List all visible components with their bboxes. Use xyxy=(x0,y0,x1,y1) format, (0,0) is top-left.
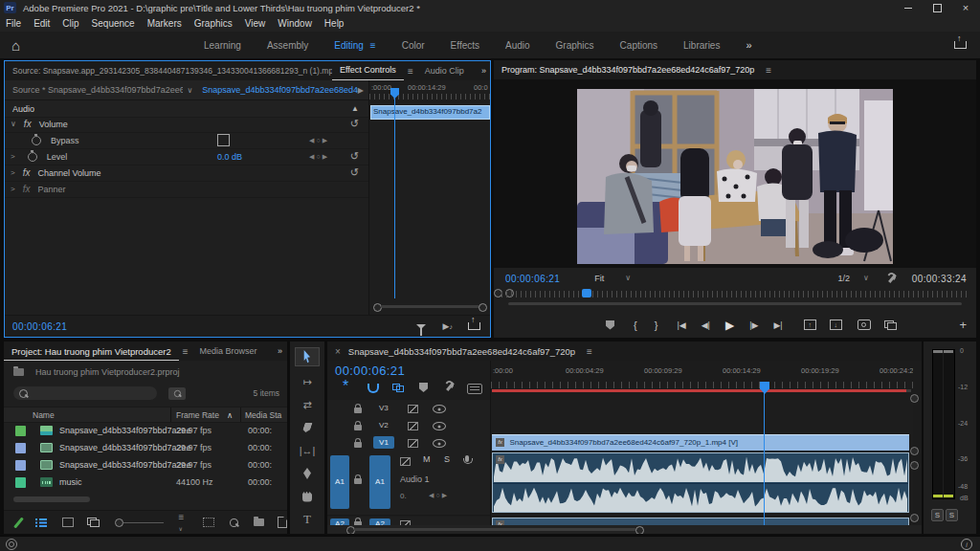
workspace-tab-color[interactable]: Color xyxy=(402,40,425,51)
volume-expand-icon[interactable]: ∨ xyxy=(11,120,16,128)
linked-selection-icon[interactable] xyxy=(392,384,404,392)
timeline-ruler[interactable]: :00:00 00:00:04:29 00:00:09:29 00:00:14:… xyxy=(491,361,913,395)
track-select-forward-tool[interactable]: ↦ xyxy=(295,372,320,391)
item-name[interactable]: Snapsave_d4bb334f097bbd7a2ee xyxy=(59,443,191,452)
find-icon[interactable] xyxy=(230,518,238,527)
panner-expand-icon[interactable]: > xyxy=(11,185,15,193)
tab-audio-clip-mixer[interactable]: Audio Clip xyxy=(417,66,472,76)
program-panel-menu-icon[interactable]: ≡ xyxy=(762,65,775,76)
program-playhead[interactable] xyxy=(582,289,591,298)
workspace-tab-libraries[interactable]: Libraries xyxy=(683,40,720,51)
track-output-eye-icon[interactable] xyxy=(433,405,446,413)
bypass-checkbox[interactable] xyxy=(217,134,230,146)
button-editor-plus-icon[interactable]: + xyxy=(959,318,967,332)
track-output-eye-icon[interactable] xyxy=(433,422,446,430)
project-search-input[interactable] xyxy=(33,386,152,400)
tab-media-browser[interactable]: Media Browser xyxy=(192,346,265,356)
label-chip[interactable] xyxy=(15,426,26,436)
track-content-v1[interactable]: fx Snapsave_d4bb334f097bbd7a2ee68ed424c6… xyxy=(491,434,913,452)
play-button-icon[interactable]: ▶ xyxy=(725,319,734,332)
sync-lock-icon[interactable] xyxy=(408,422,418,430)
pen-tool[interactable] xyxy=(295,464,320,483)
level-value[interactable]: 0.0 dB xyxy=(217,152,242,162)
level-expand-icon[interactable]: > xyxy=(11,152,15,161)
timeline-hscrollbar[interactable] xyxy=(327,525,922,534)
track-content-v2[interactable] xyxy=(491,417,913,435)
export-share-icon[interactable] xyxy=(954,41,967,49)
project-hscrollbar[interactable] xyxy=(13,496,90,502)
mark-out-icon[interactable]: } xyxy=(655,320,658,331)
workspace-tab-captions[interactable]: Captions xyxy=(620,40,657,51)
settings-wrench-icon[interactable] xyxy=(886,274,897,284)
kf-next-icon[interactable]: ▶ xyxy=(442,492,449,498)
program-timecode[interactable]: 00:00:06:21 xyxy=(505,274,560,284)
lock-icon[interactable] xyxy=(354,425,362,430)
mark-in-icon[interactable]: { xyxy=(634,320,637,331)
export-icon[interactable] xyxy=(468,322,480,330)
lock-icon[interactable] xyxy=(354,478,362,484)
add-marker-icon[interactable] xyxy=(606,320,614,330)
bypass-stopwatch-icon[interactable] xyxy=(32,136,41,145)
workspace-overflow-icon[interactable]: » xyxy=(746,39,751,51)
project-row[interactable]: Snapsave_d4bb334f097bbd7a2ee 29.97 fps 0… xyxy=(4,439,287,456)
home-icon[interactable]: ⌂ xyxy=(11,37,20,54)
track-name-v2[interactable]: V2 xyxy=(379,421,389,430)
mute-button[interactable]: M xyxy=(423,454,431,464)
sort-ascending-icon[interactable]: ∧ xyxy=(227,410,233,420)
channel-volume-expand-icon[interactable]: > xyxy=(11,168,15,177)
workspace-tab-audio[interactable]: Audio xyxy=(505,40,530,51)
channel-volume-reset-icon[interactable]: ↺ xyxy=(350,166,359,179)
icon-view-icon[interactable] xyxy=(62,518,74,527)
zoom-level-select[interactable]: Fit∨ xyxy=(594,274,631,283)
track-content-a1[interactable]: fx xyxy=(491,452,913,515)
track-name-v3[interactable]: V3 xyxy=(379,404,389,412)
menu-help[interactable]: Help xyxy=(324,18,345,29)
track-content-v3[interactable] xyxy=(491,400,913,418)
menu-view[interactable]: View xyxy=(245,18,266,29)
new-bin-icon[interactable] xyxy=(254,518,264,526)
export-frame-icon[interactable] xyxy=(858,320,871,330)
tab-sequence[interactable]: Snapsave_d4bb334f097bbd7a2ee68ed424c6af9… xyxy=(341,346,583,357)
lift-icon[interactable]: ↑ xyxy=(804,320,816,330)
comparison-view-icon[interactable] xyxy=(884,320,897,330)
go-to-out-icon[interactable]: ▶| xyxy=(773,320,782,330)
track-label-audio1[interactable]: Audio 1 xyxy=(400,474,430,484)
freeform-view-icon[interactable] xyxy=(87,518,100,527)
track-name-a1-targeted[interactable]: A1 xyxy=(369,455,390,509)
snap-icon[interactable] xyxy=(368,384,379,393)
label-chip[interactable] xyxy=(15,477,26,488)
v1-video-clip[interactable]: fx Snapsave_d4bb334f097bbd7a2ee68ed424c6… xyxy=(492,434,909,451)
creative-cloud-icon[interactable] xyxy=(6,539,17,550)
item-name[interactable]: Snapsave_d4bb334f097bbd7a2ee xyxy=(59,460,191,470)
master-clip-dropdown-icon[interactable]: ∨ xyxy=(187,86,192,95)
kf-next-icon[interactable]: ▶ xyxy=(323,137,329,143)
keyframe-display-icon[interactable]: 0. xyxy=(400,492,407,500)
project-panel-menu-icon[interactable]: ≡ xyxy=(179,346,192,357)
filter-properties-icon[interactable] xyxy=(416,324,426,329)
sort-icons-button[interactable]: ≡ ∨ xyxy=(179,512,190,533)
item-name[interactable]: music xyxy=(59,477,82,487)
effect-controls-timecode[interactable]: 00:00:06:21 xyxy=(12,321,67,332)
timeline-settings-icon[interactable] xyxy=(444,382,455,392)
slip-tool[interactable]: |↔| xyxy=(295,441,320,460)
workspace-tab-graphics[interactable]: Graphics xyxy=(556,40,594,51)
sync-lock-icon[interactable] xyxy=(408,405,418,413)
search-bin-icon[interactable] xyxy=(168,387,186,400)
maximize-button[interactable] xyxy=(923,3,951,12)
kf-next-icon[interactable]: ▶ xyxy=(323,153,329,160)
column-frame-rate[interactable]: Frame Rate xyxy=(176,410,219,420)
panel-overflow-icon[interactable]: » xyxy=(278,346,282,356)
column-media-start[interactable]: Media Sta xyxy=(245,410,281,420)
panel-overflow-icon[interactable]: » xyxy=(481,66,486,76)
tab-effect-controls[interactable]: Effect Controls xyxy=(332,61,404,80)
menu-clip[interactable]: Clip xyxy=(62,18,78,29)
playback-resolution-select[interactable]: 1/2∨ xyxy=(837,274,868,283)
step-back-icon[interactable]: ◀| xyxy=(702,320,710,330)
vertical-scrollbar-handle[interactable] xyxy=(910,394,919,403)
solo-right-button[interactable]: S xyxy=(946,509,958,521)
track-output-eye-icon[interactable] xyxy=(433,439,446,448)
lock-icon[interactable] xyxy=(354,442,362,448)
volume-reset-icon[interactable]: ↺ xyxy=(350,118,359,130)
panner-effect-row[interactable]: > fx Panner xyxy=(5,181,368,198)
menu-window[interactable]: Window xyxy=(278,18,312,29)
